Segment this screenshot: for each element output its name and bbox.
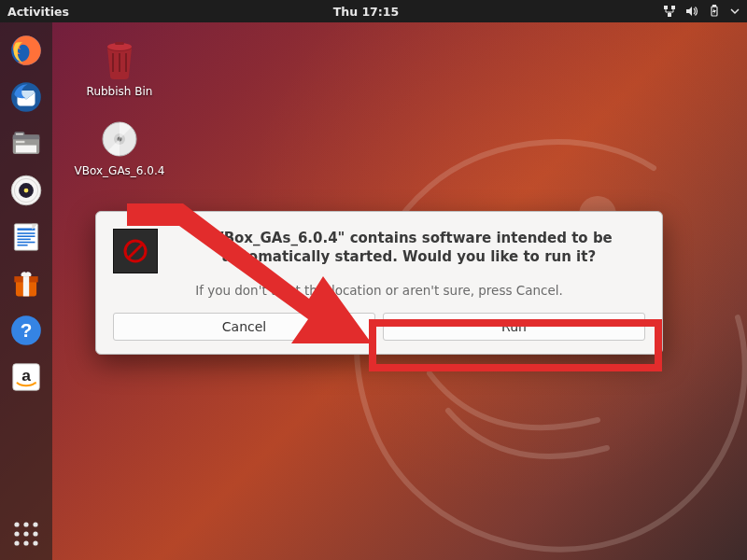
- svg-point-34: [23, 522, 28, 526]
- dialog-subtext: If you don't trust this location or aren…: [113, 283, 645, 298]
- svg-point-33: [14, 522, 19, 526]
- volume-icon[interactable]: [685, 5, 698, 18]
- dock-app-thunderbird[interactable]: [6, 77, 47, 118]
- desktop-icon-label: VBox_GAs_6.0.4: [75, 165, 165, 177]
- svg-rect-3: [668, 13, 671, 17]
- dock-app-firefox[interactable]: [6, 30, 47, 71]
- svg-rect-27: [23, 276, 29, 296]
- cancel-button[interactable]: Cancel: [113, 313, 375, 341]
- clock[interactable]: Thu 17:15: [69, 5, 663, 19]
- launcher-dock: ? a: [0, 22, 52, 560]
- dock-app-rhythmbox[interactable]: [6, 170, 47, 211]
- svg-point-39: [14, 540, 19, 545]
- dock-app-amazon[interactable]: a: [6, 357, 47, 398]
- svg-rect-10: [16, 141, 25, 143]
- autorun-dialog: "VBox_GAs_6.0.4" contains software inten…: [95, 211, 663, 355]
- svg-point-36: [14, 531, 19, 536]
- autorun-blocked-icon: [113, 229, 158, 273]
- svg-point-35: [33, 522, 37, 526]
- activities-button[interactable]: Activities: [7, 5, 69, 19]
- dock-app-writer[interactable]: [6, 217, 47, 258]
- desktop-icon-label: Rubbish Bin: [87, 86, 153, 98]
- trash-icon: [99, 37, 140, 82]
- dock-app-help[interactable]: ?: [6, 310, 47, 351]
- chevron-down-icon[interactable]: [730, 7, 740, 16]
- svg-rect-44: [115, 42, 124, 45]
- svg-rect-5: [713, 6, 716, 7]
- system-status-area[interactable]: [663, 5, 740, 18]
- top-bar: Activities Thu 17:15: [0, 0, 747, 22]
- disc-icon: [99, 117, 140, 161]
- svg-rect-25: [18, 242, 35, 244]
- svg-rect-23: [18, 235, 35, 237]
- svg-rect-13: [16, 146, 36, 153]
- svg-point-17: [24, 189, 29, 193]
- battery-icon[interactable]: [708, 5, 721, 18]
- run-button[interactable]: Run: [383, 313, 645, 341]
- network-icon[interactable]: [663, 5, 676, 18]
- desktop-icons-area: Rubbish Bin VBox_GAs_6.0.4: [82, 37, 157, 196]
- svg-text:?: ?: [21, 319, 33, 341]
- desktop-icon-trash[interactable]: Rubbish Bin: [82, 37, 157, 98]
- svg-rect-2: [671, 6, 675, 9]
- dock-app-software[interactable]: [6, 263, 47, 304]
- svg-point-40: [23, 540, 28, 545]
- desktop-icon-vbox-disc[interactable]: VBox_GAs_6.0.4: [82, 117, 157, 177]
- svg-rect-22: [18, 232, 35, 234]
- svg-point-37: [23, 531, 28, 536]
- svg-point-38: [33, 531, 37, 536]
- svg-rect-26: [18, 245, 28, 246]
- svg-text:a: a: [21, 366, 31, 385]
- svg-point-41: [33, 540, 37, 545]
- show-applications-button[interactable]: [6, 513, 47, 554]
- svg-rect-1: [664, 6, 668, 9]
- dialog-headline: "VBox_GAs_6.0.4" contains software inten…: [173, 229, 645, 267]
- svg-line-50: [129, 245, 142, 258]
- svg-rect-24: [18, 239, 31, 241]
- dock-app-files[interactable]: [6, 123, 47, 164]
- svg-rect-12: [16, 133, 23, 135]
